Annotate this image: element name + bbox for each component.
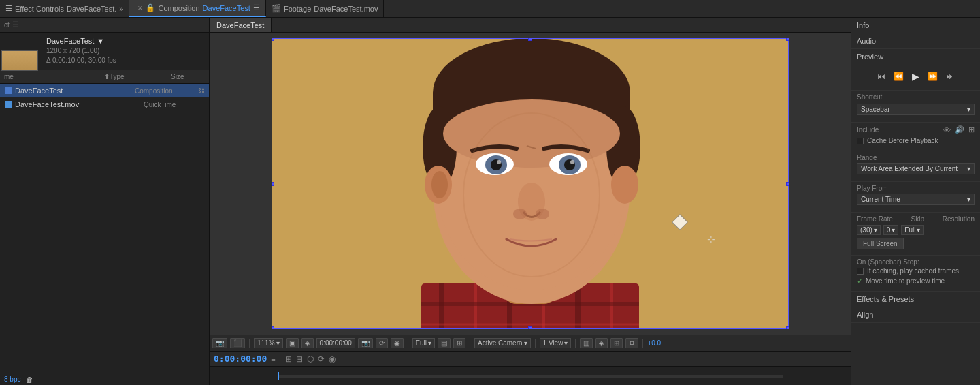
timeline-icon1[interactable]: ⊞ <box>285 354 292 364</box>
zoom-dropdown[interactable]: 111% ▾ <box>254 338 283 348</box>
settings-btn[interactable]: ⚙ <box>625 338 638 348</box>
shortcut-arrow: ▾ <box>967 106 970 113</box>
grid-btn[interactable]: ▤ <box>438 338 451 348</box>
move-time-label: Move time to preview time <box>866 277 945 285</box>
project-item-composition[interactable]: DaveFaceTest Composition ⛓ <box>0 84 209 97</box>
svg-point-31 <box>536 209 549 219</box>
timeline-icon5[interactable]: ◉ <box>329 354 336 364</box>
thumbnail-image <box>2 51 37 70</box>
play-from-dropdown[interactable]: Current Time ▾ <box>857 194 975 205</box>
cache-checkbox[interactable] <box>857 138 864 144</box>
snapshot-btn2[interactable]: 📷 <box>358 338 373 348</box>
play-btn[interactable]: ▶ <box>911 70 921 83</box>
video-frame: ⊹ <box>272 38 789 329</box>
shortcut-label: Shortcut <box>857 93 882 101</box>
tab-effect-controls[interactable]: ☰ Effect Controls DaveFaceTest. » <box>0 0 129 17</box>
preview-title[interactable]: Preview <box>851 49 980 64</box>
timeline-icon3[interactable]: ⬡ <box>307 354 314 364</box>
main-layout: ct ☰ DaveFaceTest ▼ 1280 x 720 (1.00) Δ … <box>0 18 980 385</box>
next-frame-btn[interactable]: ⏩ <box>926 70 939 82</box>
info-title[interactable]: Info <box>851 18 980 33</box>
tab-composition[interactable]: ✕ 🔒 Composition DaveFaceTest ☰ <box>129 0 265 17</box>
timeline-track[interactable] <box>278 375 783 378</box>
last-frame-btn[interactable]: ⏭ <box>945 70 956 82</box>
project-list: DaveFaceTest Composition ⛓ DaveFaceTest.… <box>0 84 209 373</box>
views-value: 1 View <box>543 339 564 347</box>
checkmark-icon: ✓ <box>857 277 863 286</box>
channel-btn[interactable]: ⬛ <box>230 338 245 348</box>
layout-btn1[interactable]: ▥ <box>580 338 593 348</box>
range-label: Range <box>857 154 975 161</box>
skip-dropdown[interactable]: 0 ▾ <box>883 225 899 235</box>
trash-icon[interactable]: 🗑 <box>26 375 33 384</box>
prev-frame-btn[interactable]: ⏪ <box>892 70 905 82</box>
video-icon[interactable]: 👁 <box>943 126 951 134</box>
tab-subtitle: DaveFaceTest. <box>67 5 116 13</box>
cache-label: Cache Before Playback <box>867 137 938 144</box>
crop-btn[interactable]: ◈ <box>301 338 314 348</box>
audio-title[interactable]: Audio <box>851 33 980 48</box>
svg-text:⊹: ⊹ <box>707 234 715 245</box>
col-type-header: Type <box>110 73 171 80</box>
tab-label: Effect Controls <box>15 5 64 13</box>
effects-presets-title[interactable]: Effects & Presets <box>851 292 980 307</box>
timeline-icon4[interactable]: ⟳ <box>318 354 325 364</box>
item-name-footage: DaveFaceTest.mov <box>15 100 141 108</box>
sort-icon: ⬆ <box>104 73 110 80</box>
play-from-value: Current Time <box>861 196 900 203</box>
color-btn[interactable]: ◉ <box>391 338 404 348</box>
col-name-header: me <box>4 73 104 80</box>
camera-dropdown[interactable]: Active Camera ▾ <box>474 338 531 348</box>
resolution-label: Resolution <box>943 215 975 223</box>
timeline-menu[interactable]: ≡ <box>271 355 275 363</box>
cache-before-playback-row: Cache Before Playback <box>857 137 975 144</box>
shortcut-dropdown[interactable]: Spacebar ▾ <box>857 104 975 115</box>
sync-btn[interactable]: ⟳ <box>376 338 388 348</box>
project-item-footage[interactable]: DaveFaceTest.mov QuickTime <box>0 97 209 111</box>
cached-frames-checkbox[interactable] <box>857 268 864 275</box>
frame-rate-label: Frame Rate <box>857 215 893 223</box>
section-play-from: Play From Current Time ▾ <box>851 182 980 213</box>
frame-rate-dropdown[interactable]: (30) ▾ <box>857 225 881 235</box>
quicktime-icon <box>4 100 12 108</box>
viewer-area[interactable]: ⊹ <box>210 33 851 335</box>
align-title[interactable]: Align <box>851 307 980 322</box>
timeline-playhead <box>278 372 279 380</box>
section-audio: Audio <box>851 33 980 49</box>
region-btn[interactable]: ▣ <box>286 338 299 348</box>
first-frame-btn[interactable]: ⏮ <box>876 70 887 82</box>
section-frame-rate: Frame Rate Skip Resolution (30) ▾ 0 ▾ Fu… <box>851 213 980 256</box>
left-panel: ct ☰ DaveFaceTest ▼ 1280 x 720 (1.00) Δ … <box>0 18 210 385</box>
frame-rate-arrow: ▾ <box>874 226 877 234</box>
move-time-row: ✓ Move time to preview time <box>857 277 975 286</box>
full-screen-btn[interactable]: Full Screen <box>857 238 904 249</box>
tab-subtitle: DaveFaceTest.mov <box>314 5 378 13</box>
range-dropdown[interactable]: Work Area Extended By Current ▾ <box>857 163 975 174</box>
timecode-display[interactable]: 0:00:00:00 <box>316 338 355 348</box>
layout-btn3[interactable]: ⊞ <box>610 338 623 348</box>
include-icons: 👁 🔊 ⊞ <box>943 125 975 134</box>
audio-icon[interactable]: 🔊 <box>955 125 964 134</box>
dropdown-arrow: ▼ <box>97 37 104 45</box>
snapshot-btn[interactable]: 📷 <box>212 338 227 348</box>
footage-icon: 🎬 <box>272 4 281 13</box>
tab-close-icon[interactable]: ✕ <box>137 5 143 12</box>
comp-viewer-tab[interactable]: DaveFaceTest <box>210 18 272 32</box>
skip-label: Skip <box>911 215 924 223</box>
separator-6 <box>642 339 643 348</box>
overflow-icon[interactable]: ⊞ <box>968 125 975 134</box>
tab-footage[interactable]: 🎬 Footage DaveFaceTest.mov <box>266 0 385 17</box>
shortcut-value: Spacebar <box>861 106 890 113</box>
on-stop-label: On (Spacebar) Stop: <box>857 258 975 266</box>
quality-dropdown[interactable]: Full ▾ <box>412 338 435 348</box>
separator-1 <box>249 339 250 348</box>
views-dropdown[interactable]: 1 View ▾ <box>540 338 572 348</box>
cached-frames-label: If caching, play cached frames <box>867 267 959 275</box>
separator-3 <box>470 339 470 348</box>
timeline-icon2[interactable]: ⊟ <box>296 354 303 364</box>
resolution-dropdown[interactable]: Full ▾ <box>901 225 924 235</box>
svg-point-20 <box>443 99 620 168</box>
render-btn[interactable]: ⊞ <box>453 338 466 348</box>
comp-duration: Δ 0:00:10:00, 30.00 fps <box>46 56 203 65</box>
layout-btn2[interactable]: ◈ <box>595 338 608 348</box>
